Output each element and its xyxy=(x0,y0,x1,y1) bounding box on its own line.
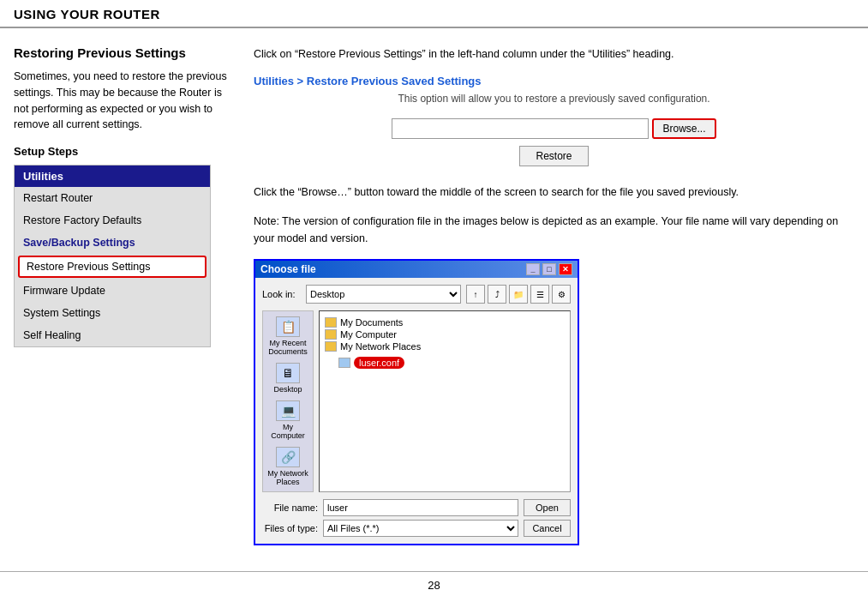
cancel-button[interactable]: Cancel xyxy=(524,520,571,537)
page-header: USING YOUR ROUTER xyxy=(0,0,868,28)
sidebar-item-3[interactable]: Restore Previous Settings xyxy=(18,256,207,278)
dialog-titlebar: Choose file _ □ ✕ xyxy=(255,261,578,278)
file-item-luser[interactable]: luser.conf xyxy=(325,356,565,370)
restore-form: Browse... Restore xyxy=(254,118,854,166)
setup-steps-label: Setup Steps xyxy=(14,145,236,158)
dialog-body: Look in: Desktop ↑ ⤴ 📁 ☰ ⚙ xyxy=(255,278,578,544)
cfg-file-icon xyxy=(338,358,350,368)
place-desktop[interactable]: 🖥 Desktop xyxy=(273,363,302,394)
browse-description: Click the “Browse…” button toward the mi… xyxy=(254,184,854,201)
subtitle-text: This option will allow you to restore a … xyxy=(254,93,854,105)
filetype-select[interactable]: All Files (*.*) xyxy=(323,520,518,537)
dialog-filename-row: File name: Open xyxy=(262,499,571,516)
page-wrapper: USING YOUR ROUTER Restoring Previous Set… xyxy=(0,0,868,599)
restore-input-row: Browse... xyxy=(392,118,715,139)
file-item-network[interactable]: My Network Places xyxy=(325,340,565,352)
sidebar-item-1[interactable]: Restore Factory Defaults xyxy=(15,209,210,232)
restore-path-input[interactable] xyxy=(392,118,649,139)
dialog-places-bar: 📋 My Recent Documents 🖥 Desktop 💻 My Com… xyxy=(262,310,314,492)
dialog-titlebar-controls: _ □ ✕ xyxy=(526,263,572,275)
lookin-label: Look in: xyxy=(262,289,301,299)
choose-file-dialog: Choose file _ □ ✕ Look in: Desktop xyxy=(254,259,579,545)
breadcrumb-separator: > xyxy=(294,75,307,87)
dialog-main-area: 📋 My Recent Documents 🖥 Desktop 💻 My Com… xyxy=(262,310,571,492)
dialog-close-btn[interactable]: ✕ xyxy=(559,263,572,275)
dialog-title: Choose file xyxy=(260,263,316,275)
sidebar-item-6[interactable]: Self Healing xyxy=(15,324,210,346)
filetype-label: Files of type: xyxy=(262,523,318,533)
sidebar-item-4[interactable]: Firmware Update xyxy=(15,280,210,302)
highlighted-filename: luser.conf xyxy=(354,357,404,369)
file-item-mydocs[interactable]: My Documents xyxy=(325,316,565,328)
lookin-select[interactable]: Desktop xyxy=(306,285,461,304)
file-item-mycomputer[interactable]: My Computer xyxy=(325,328,565,340)
sidebar-item-5[interactable]: System Settings xyxy=(15,302,210,324)
filename-input[interactable] xyxy=(323,499,518,516)
dialog-minimize-btn[interactable]: _ xyxy=(526,263,540,275)
intro-text: Click on “Restore Previous Settings” in … xyxy=(254,45,854,63)
dialog-lookin-row: Look in: Desktop ↑ ⤴ 📁 ☰ ⚙ xyxy=(262,285,571,304)
my-computer-icon: 💻 xyxy=(276,400,300,421)
breadcrumb-part1: Utilities xyxy=(254,75,294,87)
place-recent-docs[interactable]: 📋 My Recent Documents xyxy=(266,316,309,356)
network-icon: 🔗 xyxy=(276,447,300,467)
dialog-file-area: My Documents My Computer My Network Plac… xyxy=(319,310,571,492)
dialog-newfolder-btn[interactable]: 📁 xyxy=(509,285,528,304)
left-column: Restoring Previous Settings Sometimes, y… xyxy=(14,45,236,545)
breadcrumb: Utilities > Restore Previous Saved Setti… xyxy=(254,75,854,87)
sidebar-item-2[interactable]: Save/Backup Settings xyxy=(15,232,210,254)
breadcrumb-part2: Restore Previous Saved Settings xyxy=(307,75,482,87)
recent-docs-icon: 📋 xyxy=(276,316,300,337)
right-column: Click on “Restore Previous Settings” in … xyxy=(254,45,854,545)
dialog-filetype-row: Files of type: All Files (*.*) Cancel xyxy=(262,520,571,537)
browse-button[interactable]: Browse... xyxy=(652,118,715,139)
dialog-tools-btn[interactable]: ⚙ xyxy=(552,285,571,304)
folder-icon xyxy=(325,341,337,352)
dialog-up-btn[interactable]: ⤴ xyxy=(488,285,506,304)
dialog-view-btn[interactable]: ☰ xyxy=(530,285,549,304)
note-text: Note: The version of configuration file … xyxy=(254,213,854,247)
desktop-icon: 🖥 xyxy=(276,363,300,383)
restore-button[interactable]: Restore xyxy=(519,146,588,166)
place-network[interactable]: 🔗 My Network Places xyxy=(266,447,309,486)
folder-icon xyxy=(325,329,337,340)
sidebar-item-0[interactable]: Restart Router xyxy=(15,187,210,209)
place-my-computer[interactable]: 💻 My Computer xyxy=(266,400,309,440)
filename-label: File name: xyxy=(262,503,318,513)
utilities-sidebar: Utilities Restart RouterRestore Factory … xyxy=(14,165,211,347)
sidebar-items-container: Restart RouterRestore Factory DefaultsSa… xyxy=(15,187,210,346)
page-number: 28 xyxy=(428,579,440,592)
section-title: Restoring Previous Settings xyxy=(14,45,236,60)
sidebar-header: Utilities xyxy=(15,166,210,187)
dialog-maximize-btn[interactable]: □ xyxy=(542,263,556,275)
dialog-toolbar: ↑ ⤴ 📁 ☰ ⚙ xyxy=(466,285,571,304)
section-description: Sometimes, you need to restore the previ… xyxy=(14,69,236,133)
page-title: USING YOUR ROUTER xyxy=(14,7,160,21)
page-footer: 28 xyxy=(0,571,868,599)
page-content: Restoring Previous Settings Sometimes, y… xyxy=(0,28,868,563)
open-button[interactable]: Open xyxy=(524,499,571,516)
dialog-back-btn[interactable]: ↑ xyxy=(466,285,485,304)
folder-icon xyxy=(325,317,337,328)
